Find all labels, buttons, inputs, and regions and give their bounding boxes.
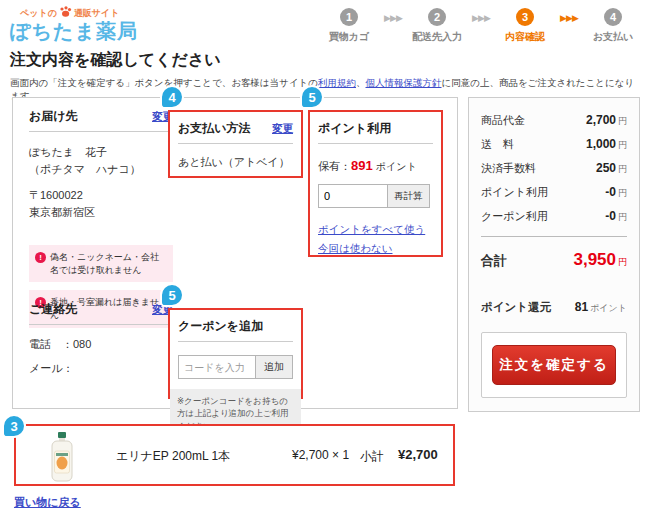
privacy-policy-link[interactable]: 個人情報保護方針 [366,77,442,88]
summary-unit: 円 [618,164,627,174]
points-title: ポイント利用 [318,120,391,137]
points-input[interactable] [318,184,388,208]
payment-change-link[interactable]: 変更 [272,122,293,136]
step-confirm: 3 内容確認 [494,8,556,44]
shipping-notice-1: ! 偽名・ニックネーム・会社名では受け取れません [29,245,173,282]
annotation-badge-5-points: 5 [300,85,324,109]
postal-code: 〒1600022 [29,187,173,204]
summary-label: クーポン利用 [481,209,548,224]
step-shipping-number: 2 [428,8,446,26]
summary-label: 送 料 [481,137,514,152]
logo-site-name: ぽちたま薬局 [10,20,138,43]
reward-label: ポイント還元 [481,300,551,315]
summary-unit: 円 [618,212,627,222]
coupon-title: クーポンを追加 [178,318,263,335]
points-header: ポイント利用 [318,120,433,144]
recipient-name: ぽちたま 花子 [29,144,173,161]
step-cart-number: 1 [340,8,358,26]
coupon-section: クーポンを追加 追加 ※クーポンコードをお持ちの方は上記より追加の上ご利用くださ… [168,308,303,399]
recalculate-button[interactable]: 再計算 [387,184,430,208]
points-input-row: 再計算 [318,184,433,208]
total-unit: 円 [618,257,627,267]
total-value: 3,950 [573,250,616,269]
warning-icon: ! [35,252,46,263]
step-payment: 4 お支払い [582,8,644,44]
order-summary-panel: 商品代金 2,700円 送 料 1,000円 決済手数料 250円 ポイント利用… [468,97,640,412]
payment-header: お支払い方法 変更 [178,120,293,144]
contact-section: ご連絡先 変更 電話 ：080 メール： [29,301,173,376]
confirm-order-button[interactable]: 注文を確定する [492,345,616,385]
shipping-address-header: お届け先 変更 [29,108,173,132]
summary-unit: 円 [618,188,627,198]
summary-unit: 円 [618,116,627,126]
logo-tagline-right: 通販サイト [74,7,120,20]
summary-row-fee: 決済手数料 250円 [481,161,627,176]
step-payment-label: お支払い [593,30,633,44]
annotation-badge-3: 3 [2,414,26,438]
address-city: 東京都新宿区 [29,204,173,221]
reward-value: 81 [575,300,588,314]
annotation-badge-5-coupon: 5 [160,283,184,307]
summary-label: 商品代金 [481,113,525,128]
summary-value: 2,700 [586,113,616,127]
step-payment-number: 4 [604,8,622,26]
step-cart-label: 買物カゴ [329,30,369,44]
cart-item-price-qty: ¥2,700 × 1 [292,448,349,462]
checkout-stepper: 1 買物カゴ ▶▶▶ 2 配送先入力 ▶▶▶ 3 内容確認 ▶▶▶ 4 お支払い [318,8,644,44]
logo-tagline-left: ペットの [20,7,57,20]
recipient-name-block: ぽちたま 花子 （ポチタマ ハナコ） [29,144,173,178]
step-confirm-label: 内容確認 [505,30,545,44]
annotation-badge-4: 4 [160,85,184,109]
product-image [48,431,76,487]
coupon-input-row: 追加 [178,355,293,379]
summary-row-shipping: 送 料 1,000円 [481,137,627,152]
points-balance-label: 保有： [318,160,351,172]
coupon-header: クーポンを追加 [178,318,293,342]
payment-title: お支払い方法 [178,120,251,137]
summary-value: 1,000 [586,137,616,151]
logo-tagline: ペットの 通販サイト [20,6,138,20]
points-links: ポイントをすべて使う 今回は使わない [318,220,433,258]
step-arrow-icon: ▶▶▶ [468,13,494,23]
summary-value: 250 [596,161,616,175]
summary-value: -0 [605,185,616,199]
step-shipping-label: 配送先入力 [412,30,462,44]
recipient-kana: （ポチタマ ハナコ） [29,161,173,178]
step-shipping: 2 配送先入力 [406,8,468,44]
add-coupon-button[interactable]: 追加 [255,355,293,379]
step-arrow-icon: ▶▶▶ [380,13,406,23]
skip-points-link[interactable]: 今回は使わない [318,239,433,258]
points-balance: 保有：891 ポイント [318,158,433,174]
payment-method-section: お支払い方法 変更 あと払い（アトベイ） [168,110,303,178]
recipient-address-block: 〒1600022 東京都新宿区 [29,187,173,221]
summary-row-item-price: 商品代金 2,700円 [481,113,627,128]
contact-title: ご連絡先 [29,301,77,318]
summary-row-coupon: クーポン利用 -0円 [481,209,627,224]
site-logo[interactable]: ペットの 通販サイト ぽちたま薬局 [10,6,138,43]
terms-link[interactable]: 利用規約 [318,77,356,88]
use-all-points-link[interactable]: ポイントをすべて使う [318,220,433,239]
points-balance-value: 891 [351,158,373,173]
summary-divider [481,236,627,237]
paw-icon [59,6,72,20]
step-cart: 1 買物カゴ [318,8,380,44]
reward-unit: ポイント [590,303,627,313]
points-section: ポイント利用 保有：891 ポイント 再計算 ポイントをすべて使う 今回は使わな… [308,110,443,257]
description-comma: 、 [356,77,366,88]
contact-mail: メール： [29,361,173,376]
cart-item-row: エリナEP 200mL 1本 ¥2,700 × 1 小計 ¥2,700 [14,424,455,486]
summary-label: ポイント利用 [481,185,548,200]
step-confirm-number: 3 [516,8,534,26]
points-reward-row: ポイント還元 81ポイント [481,300,627,315]
shipping-address-title: お届け先 [29,108,78,125]
order-details-container: お届け先 変更 ぽちたま 花子 （ポチタマ ハナコ） 〒1600022 東京都新… [12,97,458,409]
back-to-shopping-link[interactable]: 買い物に戻る [14,495,81,510]
coupon-code-input[interactable] [178,355,256,379]
step-arrow-icon: ▶▶▶ [556,13,582,23]
order-confirmation-page: ペットの 通販サイト ぽちたま薬局 1 買物カゴ ▶▶▶ 2 配送先入力 ▶▶▶ [0,0,650,513]
total-label: 合計 [481,252,507,270]
cart-item-name: エリナEP 200mL 1本 [116,448,230,465]
confirm-order-button-box: 注文を確定する [481,332,627,398]
summary-total-row: 合計 3,950円 [481,250,627,270]
page-title: 注文内容を確認してください [10,50,221,71]
